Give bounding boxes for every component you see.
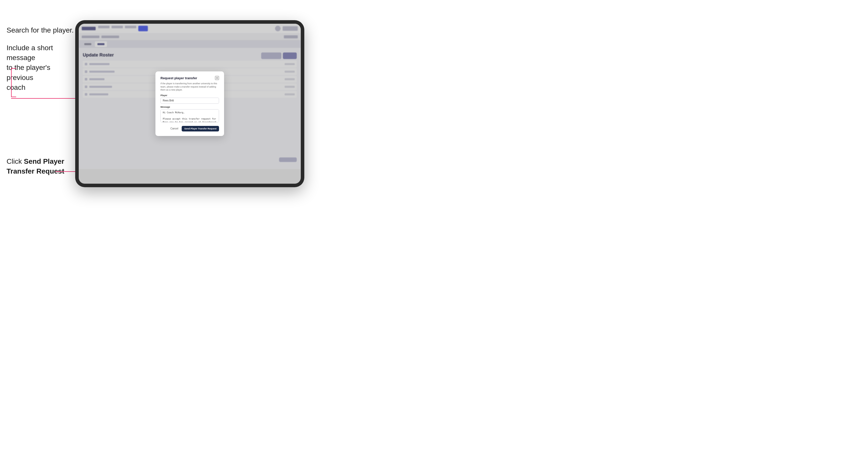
modal-overlay: Request player transfer × If the player … bbox=[79, 24, 301, 184]
request-transfer-modal: Request player transfer × If the player … bbox=[155, 71, 224, 136]
player-label: Player bbox=[160, 94, 219, 97]
send-transfer-button[interactable]: Send Player Transfer Request bbox=[182, 126, 219, 131]
modal-header: Request player transfer × bbox=[160, 76, 219, 80]
modal-title: Request player transfer bbox=[160, 76, 197, 80]
modal-close-button[interactable]: × bbox=[215, 76, 219, 80]
annotation-bracket bbox=[11, 68, 11, 97]
modal-description: If the player is transferring from anoth… bbox=[160, 82, 219, 92]
annotation-search: Search for the player. bbox=[6, 25, 74, 35]
tablet-screen: Update Roster bbox=[79, 24, 301, 184]
message-label: Message bbox=[160, 106, 219, 108]
cancel-button[interactable]: Cancel bbox=[169, 126, 180, 131]
modal-footer: Cancel Send Player Transfer Request bbox=[160, 126, 219, 131]
annotation-message: Include a short message to the player's … bbox=[6, 43, 72, 92]
annotation-click: Click Send Player Transfer Request bbox=[6, 156, 72, 176]
player-input[interactable] bbox=[160, 98, 219, 104]
tablet-device: Update Roster bbox=[75, 20, 304, 187]
message-textarea[interactable]: Hi Coach McHarg, Please accept this tran… bbox=[160, 109, 219, 122]
